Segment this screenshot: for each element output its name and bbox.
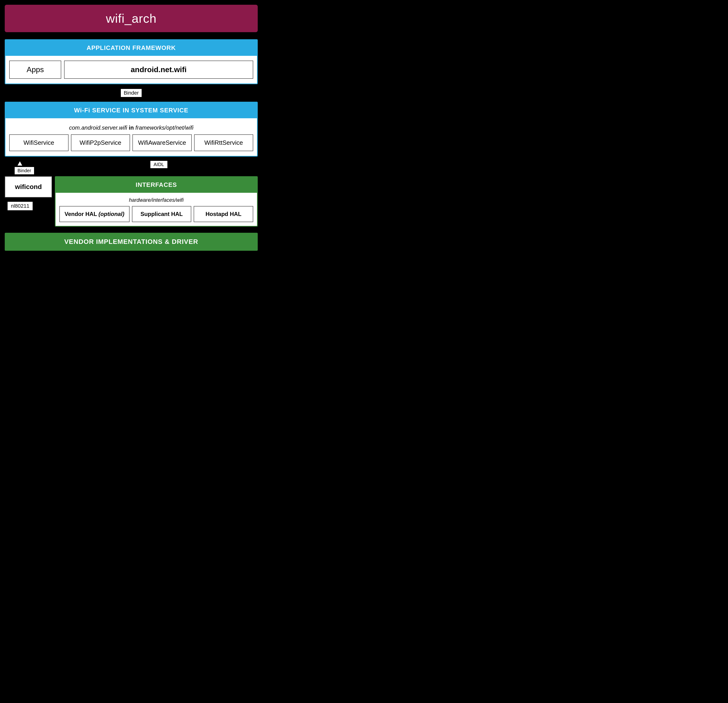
wifiaware-service-box: WifiAwareService [132, 135, 192, 151]
interfaces-header: INTERFACES [56, 177, 257, 193]
binder-center-tag: Binder [120, 88, 142, 97]
wifi-service-box: WifiService [9, 135, 69, 151]
title-bar: wifi_arch [5, 5, 258, 32]
wifi-service-header: Wi-Fi SERVICE IN SYSTEM SERVICE [6, 103, 257, 118]
wificond-box: wificond [5, 176, 52, 198]
aidl-tag: AIDL [150, 161, 168, 169]
vendor-hal-box: Vendor HAL (optional) [59, 206, 130, 222]
interfaces-subtitle: hardware/interfaces/wifi [59, 195, 253, 206]
vendor-bar: VENDOR IMPLEMENTATIONS & DRIVER [5, 233, 258, 251]
binder-left-tag: Binder [14, 166, 35, 175]
page-title: wifi_arch [9, 12, 253, 26]
wifip2p-service-box: WifiP2pService [71, 135, 130, 151]
app-framework-section: APPLICATION FRAMEWORK Apps android.net.w… [5, 39, 258, 84]
android-net-wifi-box: android.net.wifi [64, 61, 253, 79]
wifirtt-service-box: WifiRttService [194, 135, 253, 151]
arrow-up-icon [17, 161, 22, 166]
nl80211-tag: nl80211 [7, 201, 33, 211]
apps-box: Apps [9, 61, 61, 79]
hostapd-hal-box: Hostapd HAL [194, 206, 253, 222]
app-framework-header: APPLICATION FRAMEWORK [6, 40, 257, 56]
supplicant-hal-box: Supplicant HAL [132, 206, 192, 222]
wifi-service-subtitle: com.android.server.wifi in frameworks/op… [9, 122, 253, 135]
interfaces-section: INTERFACES hardware/interfaces/wifi Vend… [55, 176, 258, 227]
wifi-service-section: Wi-Fi SERVICE IN SYSTEM SERVICE com.andr… [5, 102, 258, 156]
